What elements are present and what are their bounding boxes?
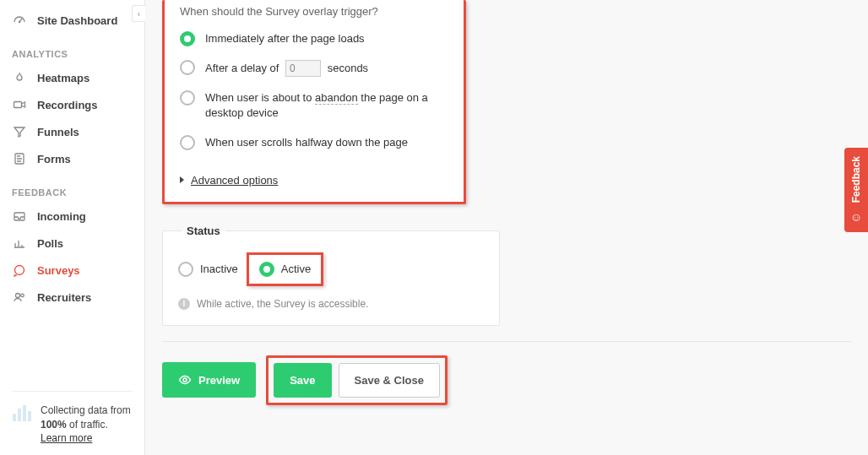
status-panel: Status Inactive Active i While active, t… [162, 225, 500, 326]
svg-point-6 [21, 294, 24, 297]
status-option-inactive[interactable]: Inactive [178, 262, 238, 277]
info-icon: i [178, 298, 190, 310]
chat-icon [12, 263, 27, 278]
smiley-icon: ☺ [850, 210, 862, 224]
preview-button[interactable]: Preview [162, 362, 256, 398]
flame-icon [12, 70, 27, 85]
sidebar-item-heatmaps[interactable]: Heatmaps [0, 64, 144, 91]
sidebar-item-recruiters[interactable]: Recruiters [0, 284, 144, 311]
option-label: When user scrolls halfway down the page [205, 135, 448, 150]
delay-seconds-input[interactable] [285, 60, 321, 77]
bar-chart-icon [12, 236, 27, 251]
main-content: When should the Survey overlay trigger? … [145, 0, 868, 455]
svg-point-11 [183, 378, 187, 382]
chevron-left-icon: ‹ [138, 9, 140, 19]
sidebar-item-recordings[interactable]: Recordings [0, 91, 144, 118]
sidebar-item-polls[interactable]: Polls [0, 230, 144, 257]
radio-unchecked-icon[interactable] [178, 262, 193, 277]
caret-right-icon [180, 176, 184, 183]
trigger-option-abandon[interactable]: When user is about to abandon the page o… [180, 90, 448, 121]
svg-rect-10 [28, 411, 31, 421]
status-hint: i While active, the Survey is accessible… [178, 298, 484, 310]
sidebar-section-analytics: ANALYTICS [0, 34, 144, 64]
sidebar-item-label: Site Dashboard [37, 14, 133, 27]
users-icon [12, 290, 27, 305]
status-legend: Status [182, 225, 225, 237]
sidebar-item-label: Recruiters [37, 291, 133, 304]
advanced-options-toggle[interactable]: Advanced options [180, 174, 448, 187]
option-label: Active [281, 263, 311, 275]
traffic-bars-icon [12, 404, 32, 422]
trigger-option-delay[interactable]: After a delay of seconds [180, 60, 448, 77]
sidebar-item-funnels[interactable]: Funnels [0, 118, 144, 145]
camera-icon [12, 97, 27, 112]
option-label: Immediately after the page loads [205, 31, 448, 46]
status-option-active[interactable]: Active [247, 252, 323, 286]
sidebar-item-label: Surveys [37, 264, 133, 277]
radio-checked-icon[interactable] [259, 262, 274, 277]
trigger-option-scroll[interactable]: When user scrolls halfway down the page [180, 135, 448, 150]
save-button-group: Save Save & Close [266, 355, 448, 405]
advanced-options-label: Advanced options [191, 174, 278, 187]
feedback-tab-label: Feedback [850, 156, 862, 203]
trigger-option-immediate[interactable]: Immediately after the page loads [180, 31, 448, 46]
svg-point-5 [16, 294, 20, 298]
sidebar-item-label: Polls [37, 237, 133, 250]
radio-unchecked-icon[interactable] [180, 90, 195, 106]
svg-point-0 [19, 21, 19, 22]
trigger-panel: When should the Survey overlay trigger? … [162, 0, 466, 204]
sidebar-item-forms[interactable]: Forms [0, 145, 144, 172]
trigger-question: When should the Survey overlay trigger? [180, 5, 448, 18]
button-label: Preview [198, 374, 240, 387]
sidebar-item-label: Heatmaps [37, 72, 133, 84]
button-label: Save [290, 374, 315, 387]
form-icon [12, 151, 27, 166]
inbox-icon [12, 209, 27, 224]
funnel-icon [12, 124, 27, 139]
svg-rect-7 [13, 414, 16, 421]
sidebar-collapse-toggle[interactable]: ‹ [132, 5, 145, 22]
save-close-button[interactable]: Save & Close [339, 363, 440, 398]
sidebar-item-label: Forms [37, 153, 133, 165]
gauge-icon [12, 13, 27, 28]
sidebar-item-label: Funnels [37, 126, 133, 138]
learn-more-link[interactable]: Learn more [41, 432, 92, 444]
button-label: Save & Close [355, 374, 424, 387]
option-label: When user is about to abandon the page o… [205, 90, 448, 121]
collecting-text: Collecting data from 100% of traffic. Le… [41, 404, 133, 445]
save-button[interactable]: Save [274, 363, 331, 398]
sidebar-item-dashboard[interactable]: Site Dashboard [0, 7, 144, 34]
action-bar: Preview Save Save & Close [162, 341, 851, 405]
svg-rect-9 [23, 405, 26, 421]
svg-rect-1 [14, 102, 22, 108]
sidebar-item-surveys[interactable]: Surveys [0, 257, 144, 284]
eye-icon [178, 373, 192, 387]
sidebar: ‹ Site Dashboard ANALYTICS Heatmaps Reco… [0, 0, 145, 455]
radio-checked-icon[interactable] [180, 31, 195, 46]
radio-unchecked-icon[interactable] [180, 60, 195, 75]
feedback-side-tab[interactable]: Feedback ☺ [844, 148, 868, 232]
collecting-data-widget: Collecting data from 100% of traffic. Le… [12, 391, 133, 445]
sidebar-item-incoming[interactable]: Incoming [0, 203, 144, 230]
option-label: Inactive [200, 263, 238, 275]
radio-unchecked-icon[interactable] [180, 135, 195, 150]
sidebar-section-feedback: FEEDBACK [0, 172, 144, 203]
sidebar-item-label: Recordings [37, 99, 133, 111]
svg-point-4 [15, 266, 24, 275]
svg-rect-8 [18, 409, 21, 421]
sidebar-item-label: Incoming [37, 210, 133, 223]
abandon-tooltip-term[interactable]: abandon [315, 91, 358, 105]
option-label: After a delay of seconds [205, 60, 448, 77]
